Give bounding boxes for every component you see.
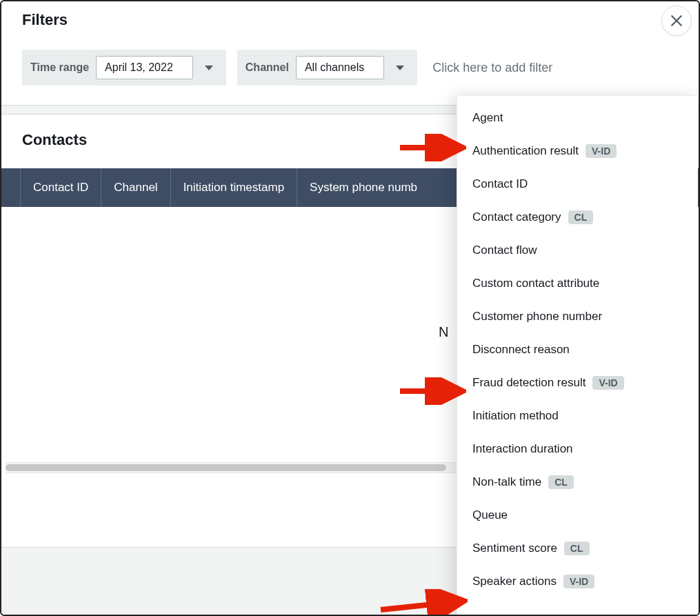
filter-channel-select[interactable]: All channels — [296, 56, 384, 79]
svg-line-5 — [381, 602, 459, 610]
filter-channel-caret[interactable] — [391, 66, 409, 70]
dropdown-item-custom-contact-attribute[interactable]: Custom contact attribute — [457, 267, 698, 300]
dropdown-item-customer-phone-number[interactable]: Customer phone number — [457, 300, 698, 333]
table-header-checkbox-col[interactable] — [1, 168, 21, 207]
dropdown-item-label: Authentication result — [472, 144, 579, 158]
dropdown-item-speaker-actions[interactable]: Speaker actionsV-ID — [457, 565, 698, 598]
chevron-down-icon — [396, 66, 404, 70]
dropdown-item-label: Non-talk time — [472, 475, 541, 489]
dropdown-item-queue[interactable]: Queue — [457, 499, 698, 532]
dropdown-item-sentiment-score[interactable]: Sentiment scoreCL — [457, 532, 698, 565]
filter-row: Time range April 13, 2022 Channel All ch… — [22, 50, 678, 86]
dropdown-item-label: Contact category — [472, 210, 561, 224]
dropdown-item-badge: CL — [564, 542, 590, 555]
dropdown-item-initiation-method[interactable]: Initiation method — [457, 399, 698, 433]
dropdown-item-label: Fraud detection result — [472, 376, 586, 390]
dropdown-item-label: Initiation method — [472, 409, 559, 423]
close-button[interactable] — [661, 6, 692, 36]
dropdown-item-interaction-duration[interactable]: Interaction duration — [457, 433, 698, 466]
chevron-down-icon — [205, 66, 213, 70]
annotation-arrow-speaker — [378, 589, 468, 616]
dropdown-item-authentication-result[interactable]: Authentication resultV-ID — [457, 135, 698, 168]
dropdown-item-label: Contact flow — [472, 244, 537, 257]
dropdown-item-disconnect-reason[interactable]: Disconnect reason — [457, 333, 698, 366]
dropdown-item-label: Sentiment score — [472, 542, 557, 555]
dropdown-item-badge: CL — [568, 210, 594, 224]
table-header-system-phone[interactable]: System phone numb — [297, 168, 430, 207]
table-header-channel[interactable]: Channel — [101, 168, 170, 207]
dropdown-item-non-talk-time[interactable]: Non-talk timeCL — [457, 466, 698, 499]
filter-time-range: Time range April 13, 2022 — [22, 50, 226, 86]
close-icon — [670, 14, 683, 27]
add-filter-input[interactable]: Click here to add filter — [428, 61, 552, 75]
dropdown-item-badge: V-ID — [563, 575, 594, 588]
horizontal-scrollbar-thumb[interactable] — [6, 464, 446, 471]
dropdown-item-label: Speaker actions — [472, 575, 557, 588]
filters-title: Filters — [22, 11, 678, 29]
dropdown-item-badge: V-ID — [592, 376, 623, 390]
filter-time-range-select[interactable]: April 13, 2022 — [96, 56, 193, 79]
dropdown-item-label: Customer phone number — [472, 310, 602, 324]
table-header-initiation-timestamp[interactable]: Initiation timestamp — [171, 168, 297, 207]
table-header-contact-id[interactable]: Contact ID — [21, 168, 101, 207]
filter-options-dropdown[interactable]: AgentAuthentication resultV-IDContact ID… — [457, 95, 698, 616]
filter-channel-value: All channels — [305, 61, 364, 74]
dropdown-item-contact-category[interactable]: Contact categoryCL — [457, 201, 698, 234]
filter-time-range-value: April 13, 2022 — [105, 61, 173, 74]
dropdown-item-label: Disconnect reason — [472, 343, 570, 357]
dropdown-item-fraud-detection-result[interactable]: Fraud detection resultV-ID — [457, 366, 698, 399]
filters-panel: Filters Time range April 13, 2022 Channe… — [1, 1, 699, 105]
dropdown-item-label: Interaction duration — [472, 442, 573, 456]
dropdown-item-label: Agent — [472, 111, 503, 125]
dropdown-item-contact-flow[interactable]: Contact flow — [457, 234, 698, 267]
dropdown-item-label: Queue — [472, 508, 508, 522]
dropdown-item-label: Custom contact attribute — [472, 277, 599, 290]
table-body-fragment: N — [439, 324, 448, 340]
filter-time-range-label: Time range — [30, 61, 89, 74]
dropdown-item-badge: CL — [548, 475, 574, 489]
dropdown-item-contact-id[interactable]: Contact ID — [457, 168, 698, 201]
dropdown-item-label: Contact ID — [472, 177, 528, 191]
dropdown-item-badge: V-ID — [586, 144, 617, 158]
filter-channel-label: Channel — [246, 61, 289, 74]
filter-channel: Channel All channels — [237, 50, 417, 86]
dropdown-item-agent[interactable]: Agent — [457, 101, 698, 135]
filter-time-range-caret[interactable] — [200, 66, 218, 70]
